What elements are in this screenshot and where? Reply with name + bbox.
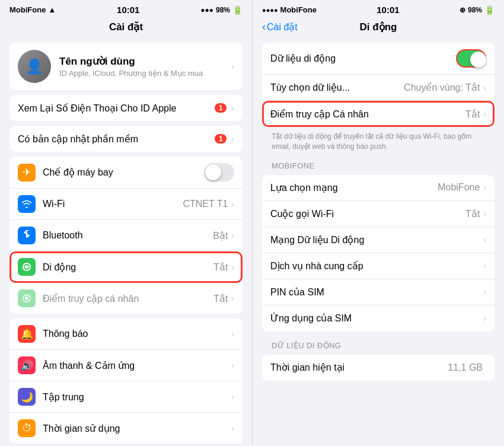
- signal-icon-left: ●●●: [200, 6, 213, 14]
- moon-icon: 🌙: [18, 388, 36, 406]
- wifi-chevron: ›: [231, 199, 234, 209]
- row-mang-du-lieu[interactable]: Mạng Dữ liệu Di động ›: [262, 227, 495, 253]
- row-lua-chon-mang[interactable]: Lựa chọn mạng MobiFone ›: [262, 175, 495, 201]
- tuy-chon-value: Chuyển vùng: Tắt: [404, 82, 480, 93]
- am-thanh-label: Âm thanh & Cảm ứng: [43, 360, 231, 371]
- row-thong-bao[interactable]: 🔔 Thông báo ›: [9, 318, 243, 350]
- profile-row[interactable]: 👤 Tên người dùng ID Apple, iCloud, Phươn…: [9, 43, 243, 90]
- section-mobifone: MOBIFONE: [272, 161, 485, 170]
- am-thanh-chevron: ›: [231, 361, 234, 370]
- pin-sim-chevron: ›: [483, 287, 486, 297]
- xem-lai-chevron: ›: [231, 103, 234, 113]
- toggle-thumb-airplane: [205, 164, 221, 180]
- battery-icon-right: 🔋: [484, 5, 495, 15]
- avatar: 👤: [18, 50, 51, 83]
- bell-icon: 🔔: [18, 325, 36, 343]
- hotspot-value-left: Tắt: [213, 293, 228, 304]
- cap-nhat-badge: 1: [215, 134, 227, 144]
- status-bar-right: ●●●● MobiFone 10:01 ⊕ 98% 🔋: [253, 0, 504, 17]
- lua-chon-value: MobiFone: [438, 182, 480, 193]
- airplane-icon: ✈: [18, 164, 36, 181]
- row-diem-truy-cap-right[interactable]: Điểm truy cập Cá nhân Tắt ›: [262, 101, 495, 127]
- group-mobifone: Lựa chọn mạng MobiFone › Cuộc gọi Wi-Fi …: [262, 175, 495, 332]
- dich-vu-chevron: ›: [483, 261, 486, 270]
- profile-sub: ID Apple, iCloud, Phương tiện & Mục mua: [59, 69, 231, 78]
- svg-point-1: [25, 297, 28, 300]
- row-airplane[interactable]: ✈ Chế độ máy bay: [9, 157, 243, 189]
- thoi-gian-hien-tai-value: 11,1 GB: [448, 362, 483, 373]
- bluetooth-chevron: ›: [231, 231, 234, 240]
- di-dong-label: Di động: [43, 262, 213, 273]
- wifi-label: Wi-Fi: [43, 199, 183, 209]
- status-left: MobiFone ▲: [9, 5, 56, 14]
- row-dich-vu[interactable]: Dịch vụ nhà cung cấp ›: [262, 253, 495, 279]
- lua-chon-chevron: ›: [483, 183, 486, 192]
- row-thoi-gian[interactable]: ⏱ Thời gian sử dụng ›: [9, 413, 243, 444]
- back-button[interactable]: ‹ Cài đặt: [262, 21, 298, 33]
- status-left-right: ●●●● MobiFone: [262, 5, 317, 14]
- row-hotspot-left[interactable]: Điểm truy cập cá nhân Tắt ›: [9, 283, 243, 314]
- row-tuy-chon[interactable]: Tùy chọn dữ liệu... Chuyển vùng: Tắt ›: [262, 75, 495, 101]
- cap-nhat-chevron: ›: [231, 134, 234, 144]
- profile-info: Tên người dùng ID Apple, iCloud, Phương …: [59, 55, 231, 78]
- ung-dung-sim-chevron: ›: [483, 314, 486, 323]
- time-left: 10:01: [117, 5, 139, 15]
- row-am-thanh[interactable]: 🔊 Âm thanh & Cảm ứng ›: [9, 350, 243, 381]
- xem-lai-label: Xem Lại Số Điện Thoại Cho ID Apple: [18, 103, 215, 114]
- hotspot-chevron-left: ›: [231, 294, 234, 303]
- scroll-left[interactable]: 👤 Tên người dùng ID Apple, iCloud, Phươn…: [0, 38, 252, 446]
- profile-name: Tên người dùng: [59, 55, 231, 68]
- back-label: Cài đặt: [267, 21, 298, 33]
- di-dong-value: Tắt: [213, 262, 228, 273]
- bluetooth-label: Bluetooth: [43, 230, 213, 241]
- scroll-right[interactable]: Dữ liệu di động Tùy chọn dữ liệu... Chuy…: [253, 38, 504, 446]
- right-panel: ●●●● MobiFone 10:01 ⊕ 98% 🔋 ‹ Cài đặt Di…: [252, 0, 504, 446]
- status-right-left: ●●● 98% 🔋: [200, 5, 243, 15]
- section-du-lieu: DỮ LIỆU DI ĐỘNG: [272, 341, 485, 350]
- group-xem-lai: Xem Lại Số Điện Thoại Cho ID Apple 1 ›: [9, 95, 243, 121]
- carrier-left: MobiFone: [9, 5, 46, 14]
- cap-nhat-label: Có bản cập nhật phần mềm: [18, 133, 215, 145]
- nav-bar-left: Cài đặt: [0, 17, 252, 38]
- row-di-dong[interactable]: Di động Tắt ›: [9, 251, 243, 283]
- thong-bao-label: Thông báo: [43, 329, 231, 339]
- mang-du-lieu-label: Mạng Dữ liệu Di động: [270, 234, 483, 246]
- lua-chon-label: Lựa chọn mạng: [270, 182, 438, 193]
- back-chevron-icon: ‹: [262, 21, 266, 33]
- status-right-right: ⊕ 98% 🔋: [460, 5, 495, 15]
- di-dong-icon: [18, 258, 36, 276]
- row-wifi[interactable]: Wi-Fi CTNET T1 ›: [9, 189, 243, 220]
- row-bluetooth[interactable]: Bluetooth Bật ›: [9, 220, 243, 251]
- airplane-toggle[interactable]: [204, 163, 234, 181]
- row-du-lieu-di-dong[interactable]: Dữ liệu di động: [262, 43, 495, 75]
- row-cap-nhat[interactable]: Có bản cập nhật phần mềm 1 ›: [9, 126, 243, 152]
- info-text: Tắt dữ liệu di động để truyền tắt cả dữ …: [272, 132, 485, 152]
- thoi-gian-hien-tai-label: Thời gian hiện tại: [270, 362, 448, 373]
- hotspot-icon: [18, 289, 36, 307]
- wifi-icon: [18, 195, 36, 213]
- battery-right: 98%: [468, 6, 482, 14]
- row-cuoc-goi-wifi[interactable]: Cuộc gọi Wi-Fi Tắt ›: [262, 201, 495, 227]
- carrier-right: MobiFone: [280, 5, 317, 14]
- xem-lai-badge: 1: [215, 103, 227, 113]
- dich-vu-label: Dịch vụ nhà cung cấp: [270, 260, 483, 272]
- page-title-right: Di động: [360, 21, 397, 33]
- tap-trung-chevron: ›: [231, 392, 234, 402]
- row-pin-sim[interactable]: PIN của SIM ›: [262, 279, 495, 305]
- cuoc-goi-label: Cuộc gọi Wi-Fi: [270, 208, 465, 219]
- row-xem-lai[interactable]: Xem Lại Số Điện Thoại Cho ID Apple 1 ›: [9, 95, 243, 121]
- row-tap-trung[interactable]: 🌙 Tập trung ›: [9, 381, 243, 413]
- diem-truy-chevron: ›: [483, 109, 486, 119]
- group-du-lieu-info: Thời gian hiện tại 11,1 GB: [262, 355, 495, 381]
- tuy-chon-chevron: ›: [483, 83, 486, 93]
- page-title-left: Cài đặt: [109, 21, 143, 33]
- diem-truy-label: Điểm truy cập Cá nhân: [270, 109, 465, 120]
- row-thoi-gian-hien-tai[interactable]: Thời gian hiện tại 11,1 GB: [262, 355, 495, 381]
- bluetooth-value: Bật: [213, 230, 228, 241]
- tap-trung-label: Tập trung: [43, 391, 231, 403]
- row-ung-dung-sim[interactable]: Ứng dụng của SIM ›: [262, 305, 495, 332]
- hotspot-label-left: Điểm truy cập cá nhân: [43, 293, 213, 304]
- du-lieu-toggle[interactable]: [456, 49, 486, 68]
- battery-icon-left: 🔋: [232, 5, 243, 15]
- pin-sim-label: PIN của SIM: [270, 286, 483, 298]
